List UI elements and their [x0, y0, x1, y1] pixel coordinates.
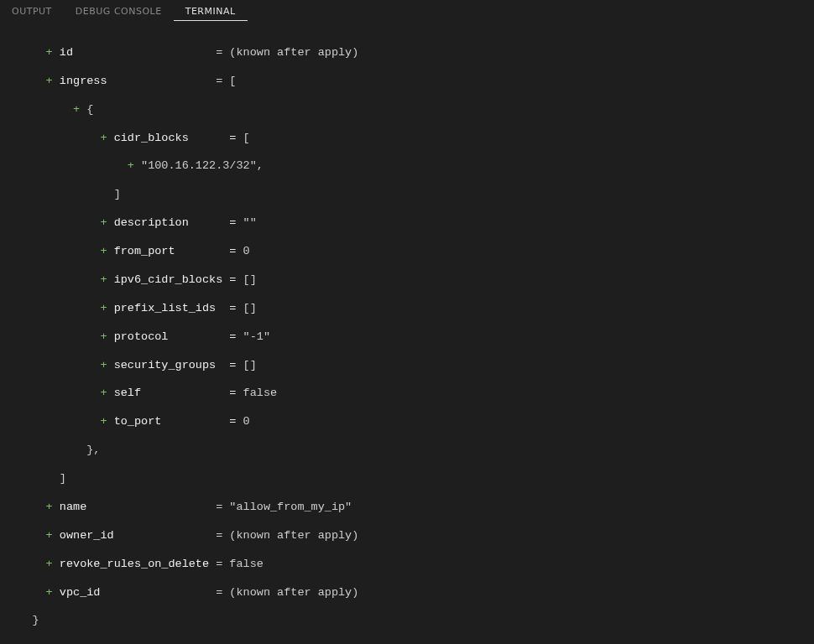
- attr-value: "": [243, 216, 257, 229]
- attr-to-port: to_port =: [114, 415, 243, 428]
- bracket: ]: [60, 472, 66, 485]
- bracket: ]: [114, 188, 121, 200]
- plus-icon: +: [100, 330, 107, 343]
- tab-output[interactable]: OUTPUT: [0, 3, 64, 21]
- attr-self: self =: [114, 387, 243, 399]
- attr-value: = "allow_from_my_ip": [216, 501, 352, 513]
- panel-tab-bar: OUTPUT DEBUG CONSOLE TERMINAL: [0, 0, 814, 23]
- plus-icon: +: [46, 46, 53, 59]
- brace: }: [32, 614, 39, 626]
- plus-icon: +: [100, 273, 107, 286]
- plus-icon: +: [46, 586, 53, 599]
- attr-cidr-blocks: cidr_blocks =: [114, 132, 243, 144]
- attr-prefix: prefix_list_ids =: [114, 302, 243, 314]
- attr-value: []: [243, 359, 257, 371]
- plus-icon: +: [46, 529, 53, 542]
- attr-owner-id: owner_id: [60, 529, 114, 542]
- attr-value: = (known after apply): [216, 46, 358, 59]
- terminal-output[interactable]: + id = (known after apply) + ingress = […: [0, 23, 814, 644]
- attr-value: = (known after apply): [216, 529, 358, 542]
- attr-value: 0: [243, 415, 250, 428]
- attr-value: = [: [216, 75, 236, 87]
- attr-value: false: [243, 387, 278, 399]
- attr-description: description =: [114, 216, 243, 229]
- attr-from-port: from_port =: [114, 245, 243, 257]
- cidr-value: "100.16.122.3/32",: [141, 159, 264, 172]
- attr-ingress: ingress: [60, 75, 107, 87]
- attr-revoke: revoke_rules_on_delete: [60, 558, 209, 570]
- attr-sg-name: name: [60, 501, 86, 513]
- plus-icon: +: [100, 216, 107, 229]
- tab-terminal[interactable]: TERMINAL: [174, 3, 248, 22]
- plus-icon: +: [128, 159, 134, 172]
- plus-icon: +: [100, 387, 107, 399]
- attr-value: 0: [243, 245, 250, 257]
- attr-value: = false: [216, 558, 264, 570]
- attr-value: "-1": [243, 330, 270, 343]
- attr-id: id: [60, 46, 73, 59]
- tab-debug-console[interactable]: DEBUG CONSOLE: [64, 3, 174, 21]
- brace: {: [86, 103, 93, 116]
- plus-icon: +: [73, 103, 80, 116]
- attr-vpc-id: vpc_id: [60, 586, 101, 599]
- attr-value: = (known after apply): [216, 586, 358, 599]
- plus-icon: +: [46, 501, 53, 513]
- attr-ipv6: ipv6_cidr_blocks =: [114, 273, 243, 286]
- attr-protocol: protocol =: [114, 330, 243, 343]
- brace: },: [86, 444, 100, 456]
- plus-icon: +: [100, 302, 107, 314]
- bracket: [: [243, 132, 250, 144]
- plus-icon: +: [46, 558, 53, 570]
- plus-icon: +: [100, 132, 107, 144]
- attr-security-groups: security_groups =: [114, 359, 243, 371]
- plus-icon: +: [100, 359, 107, 371]
- plus-icon: +: [100, 415, 107, 428]
- plus-icon: +: [46, 75, 53, 87]
- attr-value: []: [243, 302, 257, 314]
- plus-icon: +: [100, 245, 107, 257]
- attr-value: []: [243, 273, 257, 286]
